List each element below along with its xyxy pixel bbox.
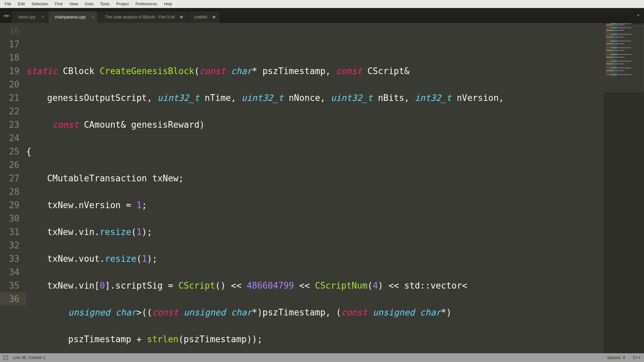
line-number: 29: [0, 198, 26, 212]
line-number: 30: [0, 212, 26, 225]
menu-goto[interactable]: Goto: [82, 2, 97, 6]
code-line: txNew.nVersion = 1;: [26, 198, 604, 212]
line-number: 26: [0, 158, 26, 172]
line-number: 21: [0, 91, 26, 105]
code-line: static CBlock CreateGenesisBlock(const c…: [26, 64, 604, 78]
status-indent[interactable]: Spaces: 4: [607, 355, 625, 360]
code-line: txNew.vin.resize(1);: [26, 225, 604, 239]
dirty-indicator-icon: [180, 16, 183, 18]
menu-preferences[interactable]: Preferences: [132, 2, 161, 6]
editor: 16 17 18 19 20 21 22 23 24 25 26 27 28 2…: [0, 23, 644, 353]
code-line: txNew.vout.resize(1);: [26, 252, 604, 265]
code-line: [26, 38, 604, 51]
code-area[interactable]: static CBlock CreateGenesisBlock(const c…: [26, 23, 604, 353]
tab-nav-next-icon[interactable]: ▶: [7, 13, 9, 18]
line-number: 25: [0, 145, 26, 158]
tab-chainparams-cpp[interactable]: chainparams.cpp ×: [48, 11, 98, 23]
code-line: genesisOutputScript, uint32_t nTime, uin…: [26, 91, 604, 105]
line-number: 36: [0, 292, 26, 306]
menu-file[interactable]: File: [1, 2, 14, 6]
menu-help[interactable]: Help: [161, 2, 176, 6]
code-line: const CAmount& genesisReward): [26, 118, 604, 131]
tab-label: The code analysis of Bitcoin - Part II.t…: [105, 15, 175, 19]
code-line: pszTimestamp + strlen(pszTimestamp));: [26, 333, 604, 346]
menu-tools[interactable]: Tools: [97, 2, 113, 6]
tab-label: untitled: [194, 15, 207, 19]
tab-label: chainparams.cpp: [55, 15, 86, 19]
tab-nav-prev-icon[interactable]: ◀: [3, 13, 6, 18]
line-number-gutter: 16 17 18 19 20 21 22 23 24 25 26 27 28 2…: [0, 23, 26, 353]
menu-edit[interactable]: Edit: [14, 2, 28, 6]
status-cursor-position: Line 36, Column 1: [13, 355, 45, 360]
code-line: unsigned char>((const unsigned char*)psz…: [26, 306, 604, 319]
menubar: File Edit Selection Find View Goto Tools…: [0, 0, 644, 8]
close-icon[interactable]: ×: [42, 14, 44, 19]
dirty-indicator-icon: [213, 16, 215, 18]
menu-view[interactable]: View: [66, 2, 82, 6]
statusbar: Line 36, Column 1 Spaces: 4 C++: [0, 353, 644, 362]
tab-block-cpp[interactable]: block.cpp ×: [12, 11, 48, 23]
tabbar: ◀ ▶ block.cpp × chainparams.cpp × The co…: [0, 8, 644, 23]
line-number: 17: [0, 38, 26, 51]
line-number: 31: [0, 225, 26, 239]
line-number: 23: [0, 118, 26, 131]
menu-selection[interactable]: Selection: [28, 2, 51, 6]
status-language[interactable]: C++: [633, 355, 641, 360]
line-number: 22: [0, 105, 26, 118]
code-line: CMutableTransaction txNew;: [26, 172, 604, 185]
code-line: txNew.vin[0].scriptSig = CScript() << 48…: [26, 279, 604, 292]
tab-untitled[interactable]: untitled: [187, 11, 219, 23]
tab-nav-arrows: ◀ ▶: [1, 13, 12, 18]
line-number: 16: [0, 24, 26, 38]
minimap[interactable]: [604, 23, 644, 353]
line-number: 32: [0, 239, 26, 252]
panel-toggle-icon[interactable]: [3, 355, 8, 360]
line-number: 27: [0, 172, 26, 185]
menu-find[interactable]: Find: [51, 2, 66, 6]
line-number: 18: [0, 51, 26, 64]
line-number: 35: [0, 279, 26, 292]
line-number: 20: [0, 78, 26, 91]
line-number: 34: [0, 265, 26, 279]
line-number: 19: [0, 64, 26, 78]
close-icon[interactable]: ×: [92, 14, 94, 19]
code-line: {: [26, 145, 604, 158]
menu-project[interactable]: Project: [113, 2, 132, 6]
tab-label: block.cpp: [18, 15, 36, 19]
line-number: 33: [0, 252, 26, 265]
tab-code-analysis-txt[interactable]: The code analysis of Bitcoin - Part II.t…: [98, 11, 187, 23]
tab-overflow-icon[interactable]: ▼: [637, 13, 644, 17]
line-number: 28: [0, 185, 26, 198]
line-number: 24: [0, 131, 26, 145]
